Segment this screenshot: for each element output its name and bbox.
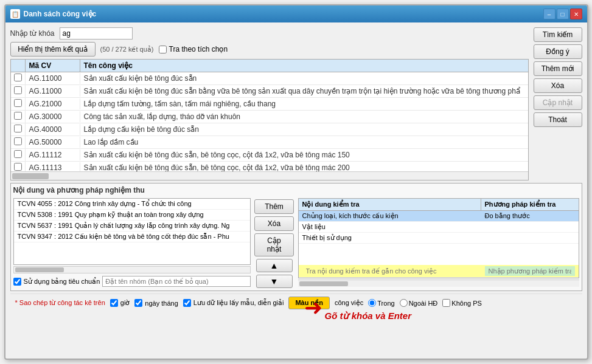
right-row-col1-0: Chủng loại, kích thước cấu kiện <box>299 211 481 221</box>
minimize-button[interactable]: – <box>543 9 555 19</box>
right-table-body: Chủng loại, kích thước cấu kiện Đo bằng … <box>299 211 579 265</box>
row-code-6: AG.11112 <box>26 149 80 160</box>
luu-label: Lưu dữ liệu lấy mẫu, diễn giải <box>193 299 284 307</box>
right-table-header: Nội dung kiểm tra Phương pháp kiểm tra <box>299 199 579 211</box>
gio-checkbox-label[interactable]: giờ <box>110 299 130 307</box>
table-row[interactable]: AG.11113 Sản xuất cấu kiện bê tông đúc s… <box>11 162 528 171</box>
right-table-row-0[interactable]: Chủng loại, kích thước cấu kiện Đo bằng … <box>299 211 579 222</box>
table-scroll-thumb[interactable] <box>12 173 49 179</box>
ngay-thang-checkbox[interactable] <box>134 299 142 307</box>
table-row[interactable]: AG.11000 Sản xuất cấu kiện bê tông đúc s… <box>11 85 528 98</box>
table-scrollbar-h[interactable] <box>11 171 528 180</box>
arrow-up-button[interactable]: ▲ <box>256 259 293 272</box>
table-row[interactable]: AG.30000 Công tác sản xuất, lắp dựng, th… <box>11 111 528 123</box>
title-bar: 📋 Danh sách công việc – □ ✕ <box>5 5 587 22</box>
row-code-5: AG.50000 <box>26 137 80 148</box>
keyword-input[interactable] <box>60 27 133 39</box>
check-col-header <box>11 60 26 72</box>
row-check-0[interactable] <box>11 72 26 84</box>
row-check-6[interactable] <box>11 149 26 161</box>
title-bar-left: 📋 Danh sách công việc <box>10 9 97 19</box>
right-input-col1[interactable] <box>302 266 478 276</box>
row-check-2[interactable] <box>11 98 26 110</box>
add-standard-button[interactable]: Thêm <box>254 199 294 214</box>
filter-checkbox-label[interactable]: Tra theo tích chọn <box>159 45 228 53</box>
group-name-input[interactable] <box>102 276 250 287</box>
left-panel: TCVN 4055 : 2012 Công trình xây dựng - T… <box>13 198 251 288</box>
row-name-4: Lắp dựng cấu kiện bê tông đúc sẵn <box>80 124 528 135</box>
search-button[interactable]: Tìm kiếm <box>534 27 582 42</box>
code-col-header: Mã CV <box>26 60 80 72</box>
main-window: 📋 Danh sách công việc – □ ✕ Nhập từ khóa… <box>4 4 588 360</box>
standard-item-1[interactable]: TCVN 5308 : 1991 Quy phạm kỹ thuật an to… <box>14 210 250 221</box>
bottom-section-title: Nội dung và phương pháp nghiệm thu <box>13 186 579 194</box>
middle-buttons: Thêm Xóa Cập nhật ▲ ▼ <box>253 198 296 288</box>
use-standard-checkbox[interactable] <box>13 278 21 286</box>
row-check-4[interactable] <box>11 123 26 136</box>
search-row: Nhập từ khóa <box>10 27 529 39</box>
right-row-col2-1 <box>481 226 579 228</box>
gio-label: giờ <box>120 299 130 307</box>
row-name-0: Sản xuất cấu kiện bê tông đúc sẵn <box>80 73 528 84</box>
table-row[interactable]: AG.50000 Lao lắp dầm cầu <box>11 136 528 149</box>
keyword-label: Nhập từ khóa <box>10 29 55 38</box>
maximize-button[interactable]: □ <box>557 9 569 19</box>
right-table-row-2[interactable]: Thiết bị sử dụng <box>299 233 579 244</box>
ngay-thang-checkbox-label[interactable]: ngày tháng <box>134 299 178 307</box>
right-scroll-thumb[interactable] <box>299 281 348 286</box>
gio-checkbox[interactable] <box>110 299 118 307</box>
right-input-col2-cell <box>481 265 579 277</box>
row-check-7[interactable] <box>11 162 26 171</box>
std-scroll-thumb[interactable] <box>15 267 64 272</box>
hint-arrow-icon: ➜ <box>304 296 322 321</box>
use-standard-checkbox-label[interactable]: Sử dụng bảng tiêu chuẩn <box>13 278 100 286</box>
arrow-down-button[interactable]: ▼ <box>256 275 293 288</box>
standard-item-2[interactable]: TCVN 5637 : 1991 Quản lý chất lượng xây … <box>14 221 250 232</box>
them-moi-button[interactable]: Thêm mới <box>534 61 582 76</box>
status-bar: * Sao chép từ công tác kê trên giờ ngày … <box>10 294 582 312</box>
table-row[interactable]: AG.11112 Sản xuất cấu kiện bê tông đúc s… <box>11 149 528 162</box>
update-standard-button[interactable]: Cập nhật <box>254 233 294 256</box>
cap-nhat-button[interactable]: Cập nhật <box>534 95 582 110</box>
right-input-row <box>299 265 579 278</box>
main-content: Nhập từ khóa Hiển thị thêm kết quả (50 /… <box>5 22 587 359</box>
delete-standard-button[interactable]: Xóa <box>254 216 294 231</box>
radio-khong-ps-label[interactable]: Không PS <box>442 299 482 307</box>
right-row-col2-2 <box>481 237 579 239</box>
row-code-0: AG.11000 <box>26 73 80 84</box>
result-info: (50 / 272 kết quả) <box>100 46 154 53</box>
xoa-button[interactable]: Xóa <box>534 78 582 93</box>
right-scrollbar-h[interactable] <box>298 280 579 287</box>
row-check-1[interactable] <box>11 85 26 97</box>
luu-checkbox-label[interactable]: Lưu dữ liệu lấy mẫu, diễn giải <box>183 299 284 307</box>
right-panel: Nội dung kiểm tra Phương pháp kiểm tra C… <box>298 198 579 288</box>
radio-khong-ps[interactable] <box>442 299 450 307</box>
row-check-3[interactable] <box>11 111 26 123</box>
filter-checkbox[interactable] <box>159 46 167 53</box>
row-name-5: Lao lắp dầm cầu <box>80 137 528 148</box>
table-row[interactable]: AG.21000 Lắp dựng tấm tường, tấm sàn, tấ… <box>11 98 528 111</box>
show-more-button[interactable]: Hiển thị thêm kết quả <box>10 42 96 57</box>
right-input-col2[interactable] <box>485 266 575 276</box>
table-body: AG.11000 Sản xuất cấu kiện bê tông đúc s… <box>11 72 528 171</box>
std-scrollbar-h[interactable] <box>13 266 251 273</box>
row-check-5[interactable] <box>11 136 26 148</box>
radio-khong-ps-text: Không PS <box>451 300 482 307</box>
table-row[interactable]: AG.40000 Lắp dựng cấu kiện bê tông đúc s… <box>11 123 528 136</box>
thoat-button[interactable]: Thoát <box>534 112 582 127</box>
row-name-1: Sản xuất cấu kiện bê tông đúc sẵn bằng v… <box>80 86 528 97</box>
row-name-6: Sản xuất cấu kiện bê tông đúc sẵn, bê tô… <box>80 149 528 160</box>
right-buttons: Tìm kiếm Đồng ý Thêm mới Xóa Cập nhật Th… <box>534 27 582 127</box>
standard-item-0[interactable]: TCVN 4055 : 2012 Công trình xây dựng - T… <box>14 199 250 210</box>
standard-item-3[interactable]: TCVN 9347 : 2012 Cấu kiện bê tông và bê … <box>14 232 250 242</box>
close-button[interactable]: ✕ <box>570 9 582 19</box>
luu-checkbox[interactable] <box>183 299 191 307</box>
hint-text: Gõ từ khóa và Enter <box>325 311 412 321</box>
bottom-content: TCVN 4055 : 2012 Công trình xây dựng - T… <box>13 198 579 288</box>
table-row[interactable]: AG.11000 Sản xuất cấu kiện bê tông đúc s… <box>11 72 528 85</box>
main-table: Mã CV Tên công việc AG.11000 Sản xuất cấ… <box>10 59 529 180</box>
row-code-1: AG.11000 <box>26 86 80 97</box>
right-table-row-1[interactable]: Vật liệu <box>299 222 579 233</box>
dong-y-button[interactable]: Đồng ý <box>534 44 582 59</box>
row-name-2: Lắp dựng tấm tường, tấm sàn, tấm mái ngh… <box>80 98 528 109</box>
